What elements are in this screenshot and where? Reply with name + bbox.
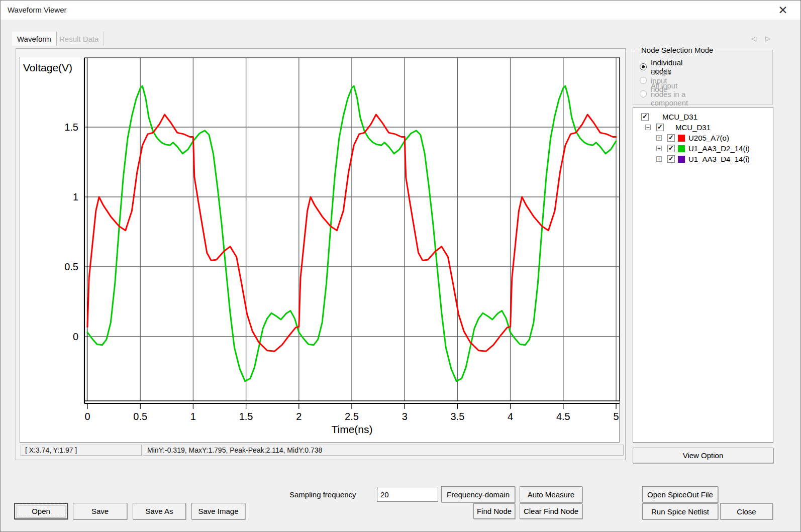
tree-node-label[interactable]: U1_AA3_D2_14(i): [688, 144, 750, 153]
close-button[interactable]: Close: [720, 503, 773, 519]
window-title: Waveform Viewer: [8, 6, 67, 14]
tree-checkbox[interactable]: [667, 134, 675, 142]
tree-node-label[interactable]: MCU_D31: [662, 113, 697, 121]
x-tick-label: 4: [508, 411, 513, 422]
node-selection-title: Node Selection Mode: [639, 46, 716, 54]
series-color-swatch: [678, 135, 685, 142]
x-tick-label: 5: [613, 411, 619, 422]
open-spiceout-file-button[interactable]: Open SpiceOut File: [642, 486, 718, 502]
tree-checkbox[interactable]: [641, 113, 649, 121]
waveform-viewer-window: { "window": { "title": "Waveform Viewer"…: [0, 0, 801, 532]
radio-option-2: All input nodes in a component: [640, 89, 688, 99]
x-tick-label: 4.5: [556, 411, 570, 422]
tree-checkbox[interactable]: [667, 155, 675, 163]
x-tick-label: 0.5: [133, 411, 147, 422]
tree-node-label[interactable]: MCU_D31: [675, 123, 711, 132]
expand-icon[interactable]: +: [656, 156, 662, 162]
x-tick-label: 3.5: [450, 411, 464, 422]
chart-canvas[interactable]: 00.511.522.533.544.5500.511.5Voltage(V)T…: [20, 57, 620, 443]
view-option-button[interactable]: View Option: [633, 448, 773, 463]
expand-icon[interactable]: +: [656, 135, 662, 141]
series-color-swatch: [678, 145, 685, 152]
x-tick-label: 1: [190, 411, 196, 422]
y-tick-label: 1: [73, 191, 78, 202]
sampling-frequency-label: Sampling frequency: [289, 490, 356, 499]
cursor-position-status: [ X:3.74, Y:1.97 ]: [21, 445, 142, 456]
x-axis-title: Time(ns): [331, 423, 372, 435]
save-as-button[interactable]: Save As: [133, 503, 186, 519]
waveform-chart[interactable]: 00.511.522.533.544.5500.511.5Voltage(V)T…: [20, 57, 620, 443]
x-tick-label: 0: [84, 411, 90, 422]
node-tree: MCU_D31−MCU_D31+U205_A7(o)+U1_AA3_D2_14(…: [633, 107, 773, 443]
radio-label: All input nodes in a component: [651, 81, 688, 107]
save-button[interactable]: Save: [73, 503, 127, 519]
measurement-status: MinY:-0.319, MaxY:1.795, Peak-Peak:2.114…: [143, 445, 624, 456]
radio-icon: [640, 77, 647, 84]
tab-scroll-right-icon[interactable]: ▷: [765, 35, 770, 42]
radio-icon[interactable]: [640, 63, 647, 70]
tab-strip: Waveform Result Data ◁ ▷: [1, 20, 800, 48]
tree-node-label[interactable]: U205_A7(o): [688, 134, 729, 142]
sampling-frequency-input[interactable]: [377, 487, 438, 502]
x-tick-label: 2: [296, 411, 302, 422]
frequency-domain-button[interactable]: Frequency-domain: [441, 486, 515, 502]
x-tick-label: 1.5: [239, 411, 253, 422]
series-color-swatch: [678, 156, 685, 163]
clear-find-node-button[interactable]: Clear Find Node: [520, 503, 582, 519]
y-tick-label: 0.5: [64, 261, 78, 272]
tree-checkbox[interactable]: [667, 145, 675, 152]
y-tick-label: 0: [73, 331, 78, 342]
save-image-button[interactable]: Save Image: [191, 503, 245, 519]
tab-waveform[interactable]: Waveform: [12, 32, 57, 46]
collapse-icon[interactable]: −: [645, 125, 651, 130]
x-tick-label: 2.5: [345, 411, 359, 422]
x-tick-label: 3: [402, 411, 408, 422]
close-icon[interactable]: ✕: [774, 3, 791, 18]
radio-icon: [640, 90, 647, 97]
expand-icon[interactable]: +: [656, 146, 662, 151]
tab-scroll-left-icon[interactable]: ◁: [751, 35, 756, 42]
tree-checkbox[interactable]: [656, 124, 664, 131]
auto-measure-button[interactable]: Auto Measure: [520, 486, 582, 502]
y-axis-title: Voltage(V): [23, 62, 72, 73]
run-spice-netlist-button[interactable]: Run Spice Netlist: [642, 503, 718, 519]
tab-result-data[interactable]: Result Data: [54, 32, 104, 46]
tree-node-label[interactable]: U1_AA3_D4_14(i): [688, 155, 750, 163]
title-bar: Waveform Viewer ✕: [1, 1, 800, 20]
open-button[interactable]: Open: [14, 503, 68, 519]
find-node-button[interactable]: Find Node: [473, 503, 515, 519]
y-tick-label: 1.5: [64, 122, 78, 133]
